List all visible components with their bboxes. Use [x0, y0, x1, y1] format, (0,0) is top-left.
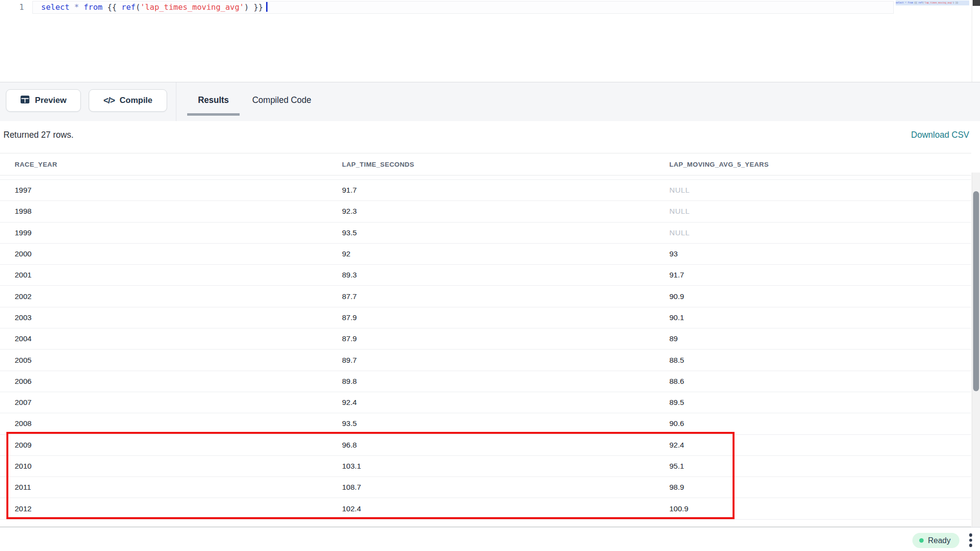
kebab-menu-icon[interactable]: [965, 532, 976, 548]
line-number: 1: [15, 1, 28, 13]
table-cell: 88.6: [669, 377, 971, 386]
active-tab-underline: [187, 113, 240, 116]
table-cell: 2006: [15, 377, 342, 386]
table-cell: 87.9: [342, 334, 669, 343]
table-row: 200387.990.1: [0, 307, 971, 328]
table-cell: NULL: [669, 207, 971, 216]
table-cell: 89.7: [342, 356, 669, 365]
table-cell: 102.4: [342, 504, 669, 513]
table-row: 200589.788.5: [0, 350, 971, 371]
table-cell: 89: [669, 334, 971, 343]
table-header-row: RACE_YEAR LAP_TIME_SECONDS LAP_MOVING_AV…: [0, 153, 971, 175]
table-cell: 2011: [15, 483, 342, 492]
table-row: 199791.7NULL: [0, 180, 971, 201]
download-csv-link[interactable]: Download CSV: [911, 130, 969, 140]
table-cell: 91.7: [342, 186, 669, 195]
table-row: 20009293: [0, 244, 971, 265]
table-row: 200792.489.5: [0, 392, 971, 413]
table-row: 199892.3NULL: [0, 201, 971, 222]
compile-button-label: Compile: [120, 96, 152, 105]
toolbar-divider: [176, 82, 176, 122]
table-cell: 87.9: [342, 313, 669, 322]
table-row: 200689.888.6: [0, 371, 971, 392]
table-row: 199993.5NULL: [0, 223, 971, 244]
table-cell: 2003: [15, 313, 342, 322]
text-cursor: [266, 2, 268, 12]
status-badge: Ready: [912, 533, 959, 548]
table-row: 200487.989: [0, 328, 971, 350]
table-row: 200893.590.6: [0, 413, 971, 434]
table-cell: 90.1: [669, 313, 971, 322]
table-cell: 2000: [15, 250, 342, 258]
table-cell: 2005: [15, 356, 342, 365]
table-cell: 100.9: [669, 504, 971, 513]
tab-results[interactable]: Results: [187, 82, 240, 122]
table-cell: 93: [669, 250, 971, 258]
table-cell: 96.8: [342, 441, 669, 450]
sql-editor[interactable]: 1 select * from {{ ref('lap_times_moving…: [0, 0, 980, 82]
status-label: Ready: [928, 536, 951, 545]
results-header: Returned 27 rows. Download CSV: [0, 121, 980, 153]
table-cell: 2001: [15, 271, 342, 279]
row-count-text: Returned 27 rows.: [3, 130, 74, 140]
table-cell: 92.4: [342, 398, 669, 407]
table-cell: 1999: [15, 228, 342, 237]
table-cell: 2007: [15, 398, 342, 407]
table-cell: 91.7: [669, 271, 971, 279]
results-toolbar: Preview </> Compile Results Compiled Cod…: [0, 82, 980, 121]
table-cell: 89.3: [342, 271, 669, 279]
preview-button[interactable]: Preview: [6, 89, 81, 112]
column-header-lap-moving-avg-5-years[interactable]: LAP_MOVING_AVG_5_YEARS: [669, 161, 971, 168]
table-row: 200996.892.4: [0, 435, 971, 456]
status-bar: Ready: [0, 527, 980, 551]
table-cell: 93.5: [342, 419, 669, 428]
table-cell: 1997: [15, 186, 342, 195]
table-cell: 2009: [15, 441, 342, 450]
table-cell: 95.1: [669, 462, 971, 471]
table-cell: 88.5: [669, 356, 971, 365]
table-cell: NULL: [669, 228, 971, 237]
partial-row: [0, 175, 971, 180]
table-row: 2011108.798.9: [0, 477, 971, 498]
table-cell: 92: [342, 250, 669, 258]
editor-minimap[interactable]: select * from {{ ref('lap_times_moving_a…: [896, 0, 969, 5]
table-cell: 98.9: [669, 483, 971, 492]
code-brackets-icon: </>: [103, 96, 115, 106]
compile-button[interactable]: </> Compile: [89, 89, 167, 112]
status-dot-icon: [919, 538, 924, 543]
table-cell: NULL: [669, 186, 971, 195]
column-header-lap-time-seconds[interactable]: LAP_TIME_SECONDS: [342, 161, 669, 168]
tab-compiled-code[interactable]: Compiled Code: [247, 82, 316, 122]
table-row: 200189.391.7: [0, 265, 971, 286]
ide-window: 1 select * from {{ ref('lap_times_moving…: [0, 0, 980, 551]
table-row: 2012102.4100.9: [0, 498, 971, 519]
table-cell: 90.6: [669, 419, 971, 428]
table-cell: 89.5: [669, 398, 971, 407]
table-cell: 92.3: [342, 207, 669, 216]
editor-scrollbar-thumb[interactable]: [973, 0, 980, 6]
table-cell: 2002: [15, 292, 342, 301]
table-cell: 2008: [15, 419, 342, 428]
code-line[interactable]: select * from {{ ref('lap_times_moving_a…: [41, 1, 268, 13]
results-scrollbar[interactable]: [972, 173, 980, 527]
table-cell: 103.1: [342, 462, 669, 471]
table-cell: 2010: [15, 462, 342, 471]
column-header-race-year[interactable]: RACE_YEAR: [15, 161, 342, 168]
table-cell: 2004: [15, 334, 342, 343]
table-row: 200287.790.9: [0, 286, 971, 307]
table-cell: 87.7: [342, 292, 669, 301]
table-row: 2010103.195.1: [0, 456, 971, 477]
editor-scrollbar[interactable]: [972, 0, 980, 82]
preview-button-label: Preview: [35, 96, 66, 105]
table-cell: 2012: [15, 504, 342, 513]
table-cell: 1998: [15, 207, 342, 216]
table-cell: 90.9: [669, 292, 971, 301]
results-scrollbar-thumb[interactable]: [973, 191, 979, 391]
table-grid-icon: [20, 95, 30, 106]
table-cell: 92.4: [669, 441, 971, 450]
table-cell: 108.7: [342, 483, 669, 492]
results-grid[interactable]: 199791.7NULL199892.3NULL199993.5NULL2000…: [0, 175, 971, 527]
table-cell: 89.8: [342, 377, 669, 386]
table-cell: 93.5: [342, 228, 669, 237]
